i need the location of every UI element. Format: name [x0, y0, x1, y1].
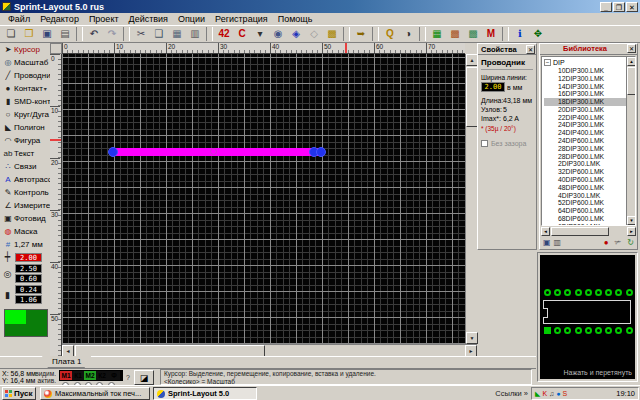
- clearance-checkbox[interactable]: [481, 140, 488, 147]
- delete-icon[interactable]: ▥: [186, 27, 204, 42]
- track-width-input[interactable]: 2.00: [481, 82, 505, 92]
- delete-macro-icon[interactable]: ▥: [554, 237, 562, 249]
- library-item[interactable]: 6DIP300.LMK: [544, 223, 635, 226]
- align-icon[interactable]: ◇: [305, 27, 323, 42]
- tool-item[interactable]: ∠ Измеритель: [0, 199, 50, 212]
- find-icon[interactable]: ◉: [269, 27, 287, 42]
- tree-collapse-icon[interactable]: −: [544, 59, 551, 66]
- export-icon[interactable]: ➥: [352, 27, 370, 42]
- minimize-button[interactable]: _: [600, 2, 612, 12]
- tool-item[interactable]: ○ Круг/Дуга: [0, 108, 50, 121]
- menu-item[interactable]: Регистрация: [210, 14, 273, 24]
- layer-help[interactable]: ?: [126, 374, 130, 381]
- scroll-down-icon[interactable]: ▼: [466, 332, 478, 344]
- tool-item[interactable]: ◎ Масштаб: [0, 56, 50, 69]
- library-root-node[interactable]: − DIP: [544, 58, 635, 67]
- horizontal-scrollbar[interactable]: ◄ ►: [62, 344, 477, 356]
- metallization-icon[interactable]: M: [482, 27, 500, 42]
- tool-item[interactable]: ✎ Контроль: [0, 186, 50, 199]
- trace-node-left[interactable]: [108, 147, 118, 157]
- macro-preview-panel[interactable]: Нажать и перетянуть: [537, 252, 638, 382]
- refresh-library-icon[interactable]: ↻: [627, 237, 634, 249]
- library-item[interactable]: 4DIP300.LMK: [544, 192, 635, 200]
- flip-icon[interactable]: ◈: [287, 27, 305, 42]
- track-width-value[interactable]: 2.00: [15, 253, 42, 262]
- library-item[interactable]: 14DIP300.LMK: [544, 83, 635, 91]
- new-file-icon[interactable]: ❏: [2, 27, 20, 42]
- menu-item[interactable]: Файл: [3, 14, 35, 24]
- scroll-up-icon[interactable]: ▲: [627, 57, 636, 66]
- macro-panel-button[interactable]: ◪: [134, 370, 154, 385]
- print-icon[interactable]: ▤: [56, 27, 74, 42]
- tool-item[interactable]: ◣ Полигон: [0, 121, 50, 134]
- tray-icon-5[interactable]: S: [563, 390, 568, 398]
- vertical-scrollbar[interactable]: ▲ ▼: [465, 54, 477, 344]
- tool-item[interactable]: ∴ Связи: [0, 160, 50, 173]
- library-vertical-scrollbar[interactable]: ▲ ▼: [626, 57, 635, 225]
- library-close-icon[interactable]: ✕: [627, 44, 636, 53]
- library-item[interactable]: 28DIP300.LMK: [544, 145, 635, 153]
- active-layer-swatch[interactable]: [4, 309, 48, 337]
- redo-icon[interactable]: ↷: [103, 27, 121, 42]
- scroll-right-icon[interactable]: ►: [627, 227, 636, 236]
- library-item[interactable]: 22DIP400.LMK: [544, 114, 635, 122]
- tool-item[interactable]: ▮ SMD-конт.: [0, 95, 50, 108]
- properties-close-icon[interactable]: ✕: [526, 45, 535, 54]
- save-library-icon[interactable]: ▣: [543, 237, 551, 249]
- paste-icon[interactable]: ▦: [168, 27, 186, 42]
- scroll-left-icon[interactable]: ◄: [541, 227, 550, 236]
- library-hscroll-thumb[interactable]: [551, 227, 609, 236]
- smd-height-value[interactable]: 1.06: [15, 295, 42, 304]
- pad-hole-value[interactable]: 0.60: [15, 274, 42, 283]
- tray-icon-4[interactable]: ●: [556, 390, 560, 398]
- save-icon[interactable]: ▣: [38, 27, 56, 42]
- edit-macro-icon[interactable]: ✃: [615, 237, 622, 249]
- board-bottom-icon[interactable]: ▩: [464, 27, 482, 42]
- tool-item[interactable]: A Автотрасса: [0, 173, 50, 186]
- library-item[interactable]: 16DIP300.LMK: [544, 90, 635, 98]
- maximize-button[interactable]: ❐: [613, 2, 625, 12]
- library-item[interactable]: 20DIP300.LMK: [544, 106, 635, 114]
- tool-item[interactable]: ➤ Курсор: [0, 43, 50, 56]
- record-macro-icon[interactable]: ●: [604, 237, 609, 249]
- library-item[interactable]: 24DIP600.LMK: [544, 137, 635, 145]
- library-item[interactable]: 2DIP300.LMK: [544, 160, 635, 168]
- library-item[interactable]: 12DIP300.LMK: [544, 75, 635, 83]
- undo-icon[interactable]: ↶: [85, 27, 103, 42]
- pad-outer-value[interactable]: 2.50: [15, 264, 42, 273]
- layer-chip[interactable]: К1: [72, 371, 84, 380]
- library-item[interactable]: 18DIP300.LMK: [544, 98, 635, 106]
- open-file-icon[interactable]: ❐: [20, 27, 38, 42]
- layer-chip[interactable]: М2: [84, 371, 96, 380]
- tray-icon-3[interactable]: ♫: [549, 390, 554, 398]
- menu-item[interactable]: Помощь: [273, 14, 318, 24]
- taskbar-task-sprint-layout[interactable]: Sprint-Layout 5.0: [153, 387, 257, 400]
- info-icon[interactable]: ℹ: [511, 27, 529, 42]
- footprint-preview[interactable]: Нажать и перетянуть: [540, 255, 635, 379]
- board-tab[interactable]: Плата 1: [42, 356, 91, 368]
- smd-width-value[interactable]: 0.24: [15, 285, 42, 294]
- trace-node-right-2[interactable]: [316, 147, 326, 157]
- menu-item[interactable]: Действия: [124, 14, 173, 24]
- library-item[interactable]: 28DIP600.LMK: [544, 153, 635, 161]
- library-item[interactable]: 32DIP600.LMK: [544, 168, 635, 176]
- trace-node-middle[interactable]: [210, 148, 217, 155]
- tray-icon-2[interactable]: K: [542, 390, 547, 398]
- menu-item[interactable]: Редактор: [35, 14, 84, 24]
- board-top-icon[interactable]: ▩: [446, 27, 464, 42]
- tool-item[interactable]: ▣ Фотовид: [0, 212, 50, 225]
- grid-setting[interactable]: # 1,27 мм: [0, 238, 50, 251]
- tool-item[interactable]: ab Текст: [0, 147, 50, 160]
- board-view-icon[interactable]: ▦: [428, 27, 446, 42]
- taskbar-task-browser[interactable]: Максимальный ток печ...: [40, 387, 150, 400]
- rotate-icon[interactable]: C: [233, 27, 251, 42]
- library-item[interactable]: 10DIP300.LMK: [544, 67, 635, 75]
- tool-item[interactable]: ╱ Проводник: [0, 69, 50, 82]
- library-item[interactable]: 52DIP600.LMK: [544, 199, 635, 207]
- library-horizontal-scrollbar[interactable]: ◄ ►: [541, 227, 636, 236]
- library-item[interactable]: 68DIP600.LMK: [544, 215, 635, 223]
- selection-mode-icon[interactable]: ✥: [529, 27, 547, 42]
- layer-chip[interactable]: М1: [60, 371, 72, 380]
- scroll-down-icon[interactable]: ▼: [627, 216, 636, 225]
- zoom-icon[interactable]: Q: [381, 27, 399, 42]
